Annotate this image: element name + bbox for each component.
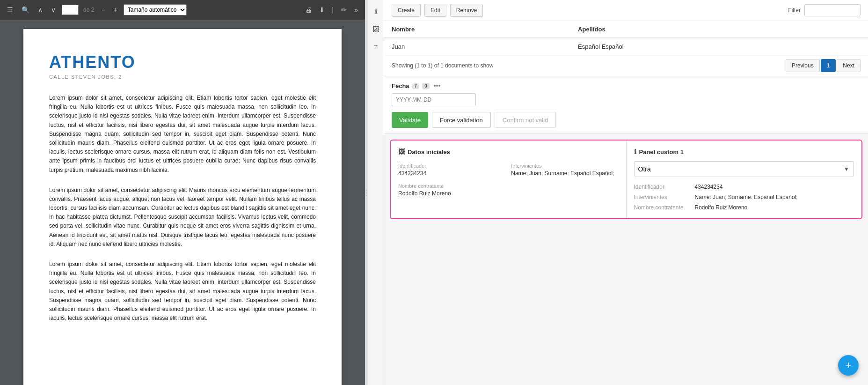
- filter-input[interactable]: [804, 4, 861, 16]
- pdf-paragraph-2: Lorem ipsum dolor sit amet, consectetur …: [49, 186, 316, 249]
- intervinientes-value: Name: Juan; Surname: Español Español;: [511, 170, 618, 178]
- download-btn[interactable]: ⬇: [317, 5, 327, 15]
- pdf-logo: ATHENTO: [49, 52, 316, 72]
- panel-nombre-contratante-row: Nombre contratante Rodolfo Ruiz Moreno: [634, 204, 854, 211]
- panel-nombre-contratante-label: Nombre contratante: [634, 204, 690, 211]
- print-btn[interactable]: 🖨: [303, 5, 314, 15]
- datos-iniciales-icon: 🖼: [398, 148, 405, 155]
- pdf-content: ATHENTO CALLE STEVEN JOBS, 2 Lorem ipsum…: [0, 20, 365, 385]
- panel-custom-header: ℹ Panel custom 1: [634, 148, 854, 155]
- pdf-address: CALLE STEVEN JOBS, 2: [49, 74, 316, 80]
- table-row[interactable]: Juan Español Español: [384, 38, 868, 55]
- fecha-badge-0: 0: [422, 83, 430, 89]
- intervinientes-label: Intervinientes: [511, 163, 618, 169]
- confirm-not-valid-button[interactable]: Confirm not valid: [495, 112, 556, 128]
- panel-custom-card: ℹ Panel custom 1 Otra ▼ Identificador 43…: [627, 141, 862, 218]
- zoom-increase-btn[interactable]: +: [111, 5, 120, 15]
- search-btn[interactable]: 🔍: [19, 5, 32, 15]
- next-button[interactable]: Next: [837, 59, 861, 72]
- image-icon-btn[interactable]: 🖼: [369, 22, 382, 36]
- zoom-decrease-btn[interactable]: −: [99, 5, 107, 15]
- previous-button[interactable]: Previous: [786, 59, 820, 72]
- nombre-contratante-value: Rodolfo Ruiz Moreno: [398, 190, 505, 198]
- datos-iniciales-card: 🖼 Datos iniciales Identificador 43423423…: [391, 141, 627, 218]
- bottom-cards: 🖼 Datos iniciales Identificador 43423423…: [390, 140, 862, 219]
- panel-nombre-contratante-value: Rodolfo Ruiz Moreno: [695, 204, 748, 211]
- identificador-label: Identificador: [398, 163, 505, 169]
- right-panel: Create Edit Remove Filter Nombre Apellid…: [384, 0, 868, 385]
- zoom-out-btn[interactable]: ∧: [36, 5, 45, 15]
- fecha-badge-7: 7: [412, 83, 420, 89]
- identificador-field: Identificador 434234234: [398, 163, 505, 178]
- sidebar-toggle-btn[interactable]: ☰: [5, 5, 15, 15]
- fecha-header: Fecha 7 0 •••: [392, 82, 861, 89]
- draw-btn[interactable]: ✏: [339, 5, 349, 15]
- cell-apellidos: Español Español: [570, 38, 868, 55]
- create-button[interactable]: Create: [392, 4, 421, 17]
- pdf-paragraph-1: Lorem ipsum dolor sit amet, consectetur …: [49, 94, 316, 175]
- pagination: Previous 1 Next: [786, 59, 861, 72]
- action-bar: Create Edit Remove Filter: [384, 0, 868, 21]
- force-validation-button[interactable]: Force validation: [432, 112, 491, 128]
- panel-identificador-row: Identificador 434234234: [634, 184, 854, 190]
- panel-intervinientes-label: Intervinientes: [634, 194, 690, 200]
- dropdown-wrapper: Otra ▼: [634, 161, 854, 177]
- total-pages-label: de 2: [83, 7, 94, 13]
- intervinientes-field: Intervinientes Name: Juan; Surname: Espa…: [511, 163, 618, 178]
- fecha-section: Fecha 7 0 ••• Validate Force validation …: [384, 76, 868, 134]
- fecha-more-btn[interactable]: •••: [432, 82, 442, 89]
- more-btn[interactable]: »: [352, 5, 360, 15]
- validate-button[interactable]: Validate: [392, 112, 428, 128]
- panel-custom-title: Panel custom 1: [639, 148, 684, 155]
- filter-area: Filter: [788, 4, 861, 16]
- edit-button[interactable]: Edit: [424, 4, 446, 17]
- table-section: Nombre Apellidos Juan Español Español Sh…: [384, 21, 868, 76]
- pdf-page: ATHENTO CALLE STEVEN JOBS, 2 Lorem ipsum…: [23, 29, 342, 385]
- page-number-input[interactable]: 1: [62, 5, 79, 15]
- zoom-in-btn[interactable]: ∨: [49, 5, 58, 15]
- otra-dropdown[interactable]: Otra: [634, 161, 854, 177]
- filter-label: Filter: [788, 7, 801, 14]
- panel-identificador-label: Identificador: [634, 184, 690, 190]
- panel-custom-fields: Identificador 434234234 Intervinientes N…: [634, 184, 854, 211]
- nombre-contratante-label: Nombre contratante: [398, 183, 505, 189]
- nombre-contratante-field: Nombre contratante Rodolfo Ruiz Moreno: [398, 183, 505, 198]
- sidebar-icons: ℹ 🖼 ≡: [368, 0, 384, 385]
- list-icon-btn[interactable]: ≡: [369, 40, 382, 53]
- table-footer: Showing (1 to 1) of 1 documents to show …: [384, 55, 868, 76]
- panel-intervinientes-row: Intervinientes Name: Juan; Surname: Espa…: [634, 194, 854, 200]
- documents-table: Nombre Apellidos Juan Español Español: [384, 21, 868, 55]
- col-apellidos: Apellidos: [570, 21, 868, 38]
- fecha-input[interactable]: [392, 93, 476, 106]
- panel-custom-icon: ℹ: [634, 148, 636, 155]
- cell-nombre: Juan: [384, 38, 570, 55]
- panel-identificador-value: 434234234: [695, 184, 723, 190]
- current-page-button[interactable]: 1: [821, 59, 836, 72]
- showing-text: Showing (1 to 1) of 1 documents to show: [392, 62, 493, 69]
- fab-button[interactable]: +: [838, 355, 859, 376]
- identificador-value: 434234234: [398, 170, 505, 178]
- text-select-btn[interactable]: |: [330, 5, 336, 15]
- datos-iniciales-header: 🖼 Datos iniciales: [398, 148, 619, 155]
- validate-actions: Validate Force validation Confirm not va…: [392, 112, 861, 128]
- fecha-label: Fecha: [392, 82, 409, 89]
- col-nombre: Nombre: [384, 21, 570, 38]
- info-icon-btn[interactable]: ℹ: [369, 5, 382, 18]
- pdf-toolbar-right: 🖨 ⬇ | ✏ »: [303, 5, 360, 15]
- remove-button[interactable]: Remove: [450, 4, 483, 17]
- pdf-viewer: ☰ 🔍 ∧ ∨ 1 de 2 − + Tamaño automático 50%…: [0, 0, 365, 385]
- pdf-toolbar: ☰ 🔍 ∧ ∨ 1 de 2 − + Tamaño automático 50%…: [0, 0, 365, 20]
- panel-intervinientes-value: Name: Juan; Surname: Español Español;: [695, 194, 798, 200]
- datos-iniciales-title: Datos iniciales: [408, 148, 450, 155]
- datos-iniciales-fields: Identificador 434234234 Intervinientes N…: [398, 163, 619, 198]
- pdf-paragraph-3: Lorem ipsum dolor sit amet, consectetur …: [49, 260, 316, 323]
- zoom-select[interactable]: Tamaño automático 50% 75% 100% 125% 150%…: [124, 4, 187, 15]
